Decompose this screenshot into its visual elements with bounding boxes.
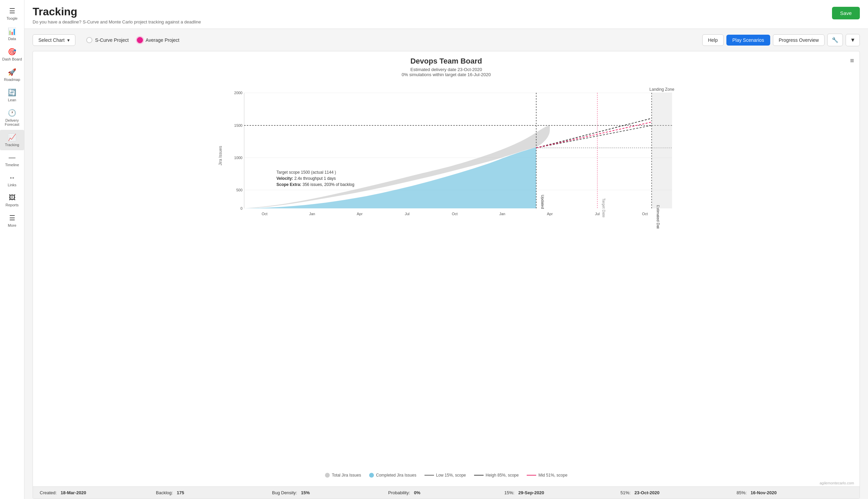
chart-title: Devops Team Board (38, 57, 854, 65)
s-curve-radio-circle (86, 37, 92, 43)
sidebar-item-links[interactable]: ↔ Links (0, 170, 24, 190)
filter-icon: ▼ (850, 37, 855, 43)
chart-type-radio-group: S-Curve Project Average Project (86, 37, 179, 43)
legend-mid-51: Mid 51%, scope (527, 473, 567, 478)
play-scenarios-button[interactable]: Play Scenarios (726, 35, 770, 46)
legend-dot-total (325, 473, 330, 478)
stat-bug-density-label: Bug Density: (272, 490, 297, 495)
average-radio[interactable]: Average Project (137, 37, 179, 43)
chart-svg: Jira Issues 2000 1500 1000 500 0 Oct Jan (38, 83, 854, 229)
average-label: Average Project (146, 37, 179, 43)
sidebar-label-roadmap: Roadmap (4, 77, 21, 82)
svg-text:1000: 1000 (234, 156, 242, 160)
chart-body: Jira Issues 2000 1500 1000 500 0 Oct Jan (33, 83, 859, 470)
stat-p15-value: 29-Sep-2020 (518, 490, 544, 495)
sidebar-label-delivery: Delivery Forecast (1, 118, 23, 126)
chart-header: Devops Team Board Estimated delivery dat… (33, 51, 859, 83)
s-curve-label: S-Curve Project (95, 37, 129, 43)
low-15-line (536, 125, 652, 148)
legend-label-mid: Mid 51%, scope (538, 473, 567, 478)
landing-zone-area (652, 93, 672, 208)
svg-text:Apr: Apr (356, 212, 362, 216)
svg-text:Oct: Oct (642, 212, 647, 216)
wrench-icon: 🔧 (832, 37, 839, 43)
sidebar-item-lean[interactable]: 🔄 Lean (0, 85, 24, 105)
chart-subtitle1: Estimated delivery date 23-Oct-2020 (38, 67, 854, 72)
legend-label-completed: Completed Jira Issues (376, 473, 416, 478)
sidebar-item-timeline[interactable]: — Timeline (0, 150, 24, 170)
help-button[interactable]: Help (702, 34, 724, 46)
target-date-label: Target Date (602, 198, 606, 218)
svg-text:Jul: Jul (405, 212, 410, 216)
sidebar-item-roadmap[interactable]: 🚀 Roadmap (0, 64, 24, 85)
legend-total-jira: Total Jira Issues (325, 473, 361, 478)
sidebar: ☰ Toogle 📊 Data 🎯 Dash Board 🚀 Roadmap 🔄… (0, 0, 24, 499)
links-icon: ↔ (9, 174, 16, 182)
svg-text:0: 0 (240, 206, 242, 210)
sidebar-label-dashboard: Dash Board (2, 57, 22, 61)
sidebar-item-data[interactable]: 📊 Data (0, 24, 24, 44)
sidebar-label-timeline: Timeline (5, 163, 19, 167)
stat-backlog-value: 175 (177, 490, 185, 495)
high-85-line (536, 118, 652, 148)
main-content: Tracking Do you have a deadline? S-Curve… (24, 0, 868, 499)
legend-label-low: Low 15%, scope (436, 473, 466, 478)
roadmap-icon: 🚀 (8, 68, 16, 76)
svg-text:Jan: Jan (499, 212, 505, 216)
stat-probability: Probability: 0% (388, 490, 504, 495)
stat-p15: 15%: 29-Sep-2020 (504, 490, 620, 495)
progress-overview-button[interactable]: Progress Overview (773, 34, 825, 46)
svg-text:500: 500 (236, 188, 242, 192)
page-title: Tracking (33, 5, 201, 18)
chart-legend: Total Jira Issues Completed Jira Issues … (33, 470, 859, 480)
stat-bug-density-value: 15% (301, 490, 310, 495)
select-chart-button[interactable]: Select Chart ▾ (33, 34, 75, 46)
legend-line-low (425, 475, 434, 476)
landing-zone-label: Landing Zone (649, 87, 675, 92)
legend-high-85: Heigh 85%, scope (474, 473, 518, 478)
stat-created-label: Created: (40, 490, 57, 495)
wrench-button[interactable]: 🔧 (827, 34, 843, 46)
svg-text:Oct: Oct (452, 212, 457, 216)
toolbar: Select Chart ▾ S-Curve Project Average P… (24, 29, 868, 51)
legend-label-high: Heigh 85%, scope (486, 473, 518, 478)
filter-button[interactable]: ▼ (846, 34, 860, 46)
svg-text:Jul: Jul (595, 212, 600, 216)
stat-p15-label: 15%: (504, 490, 515, 495)
updated-label: Updated (541, 195, 545, 209)
stat-p51-label: 51%: (620, 490, 631, 495)
average-radio-circle (137, 37, 143, 43)
mid-51-line (536, 122, 652, 148)
stat-p85-label: 85%: (737, 490, 747, 495)
sidebar-item-more[interactable]: ☰ More (0, 210, 24, 231)
reports-icon: 🖼 (9, 194, 16, 202)
chart-menu-icon[interactable]: ≡ (850, 57, 854, 64)
sidebar-item-reports[interactable]: 🖼 Reports (0, 190, 24, 210)
sidebar-label-data: Data (8, 37, 16, 41)
chart-container: Devops Team Board Estimated delivery dat… (33, 51, 860, 499)
sidebar-item-tracking[interactable]: 📈 Tracking (0, 130, 24, 150)
timeline-icon: — (9, 154, 16, 161)
delivery-icon: 🕐 (8, 109, 16, 117)
stat-created-value: 18-Mar-2020 (61, 490, 86, 495)
sidebar-item-dashboard[interactable]: 🎯 Dash Board (0, 44, 24, 64)
toolbar-right: Help Play Scenarios Progress Overview 🔧 … (702, 34, 860, 46)
more-icon: ☰ (9, 214, 15, 222)
svg-text:1500: 1500 (234, 123, 242, 127)
hamburger-icon: ☰ (9, 7, 15, 15)
legend-line-high (474, 475, 483, 476)
stat-probability-label: Probability: (388, 490, 410, 495)
save-button[interactable]: Save (832, 7, 860, 20)
legend-line-mid (527, 475, 536, 476)
svg-text:2000: 2000 (234, 91, 242, 95)
sidebar-item-toggle[interactable]: ☰ Toogle (0, 3, 24, 24)
sidebar-item-delivery-forecast[interactable]: 🕐 Delivery Forecast (0, 105, 24, 130)
s-curve-radio[interactable]: S-Curve Project (86, 37, 129, 43)
stat-p51-value: 23-Oct-2020 (634, 490, 659, 495)
stat-p85: 85%: 16-Nov-2020 (737, 490, 853, 495)
stat-p51: 51%: 23-Oct-2020 (620, 490, 737, 495)
legend-completed-jira: Completed Jira Issues (369, 473, 416, 478)
select-chart-label: Select Chart (38, 37, 64, 43)
info-scope-extra-label: Scope Extra: 356 issues, 203% of backlog (276, 182, 354, 187)
page-subtitle: Do you have a deadline? S-Curve and Mont… (33, 20, 201, 24)
